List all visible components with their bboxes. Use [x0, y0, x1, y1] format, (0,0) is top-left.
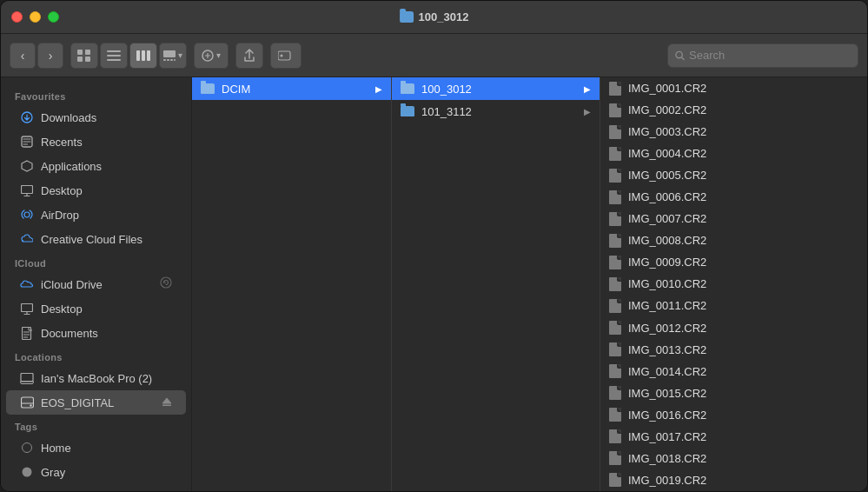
sidebar-item-macbook[interactable]: Ian's MacBook Pro (2) — [6, 366, 186, 390]
file-item-img0006[interactable]: IMG_0006.CR2 — [600, 186, 867, 208]
svg-rect-3 — [85, 57, 90, 62]
sidebar-item-recents[interactable]: Recents — [6, 130, 186, 154]
file-item-img0009[interactable]: IMG_0009.CR2 — [600, 251, 867, 273]
titlebar: 100_3012 — [1, 1, 867, 34]
view-list-button[interactable] — [100, 43, 128, 69]
file-icon — [609, 408, 621, 422]
sidebar-item-documents[interactable]: Documents — [6, 321, 186, 345]
window-title: 100_3012 — [400, 10, 469, 23]
finder-window: 100_3012 ‹ › ▾ ▾ — [0, 0, 868, 492]
sidebar-item-airdrop[interactable]: AirDrop — [6, 203, 186, 227]
tag-button[interactable] — [270, 43, 301, 69]
svg-rect-5 — [107, 55, 121, 57]
minimize-button[interactable] — [30, 11, 41, 23]
col1-arrow: ▶ — [375, 84, 382, 94]
file-item-img0008-label: IMG_0008.CR2 — [628, 234, 858, 247]
file-item-img0012-label: IMG_0012.CR2 — [628, 322, 858, 335]
col2-item-100_3012[interactable]: 100_3012 ▶ — [392, 77, 600, 100]
sidebar-item-downloads-label: Downloads — [41, 111, 96, 124]
search-box[interactable] — [667, 43, 858, 68]
airdrop-icon — [20, 208, 34, 222]
icloud-label: iCloud — [1, 251, 191, 272]
svg-point-20 — [676, 51, 682, 57]
sidebar-item-creative-cloud[interactable]: Creative Cloud Files — [6, 227, 186, 251]
gray-tag-icon — [20, 465, 34, 479]
fullscreen-button[interactable] — [48, 11, 59, 23]
file-item-img0018-label: IMG_0018.CR2 — [628, 452, 858, 465]
action-button[interactable]: ▾ — [194, 43, 229, 69]
sidebar-item-tag-gray-label: Gray — [41, 466, 65, 479]
forward-button[interactable]: › — [37, 43, 63, 69]
toolbar: ‹ › ▾ ▾ — [1, 34, 867, 77]
download-icon — [20, 110, 34, 124]
file-item-img0008[interactable]: IMG_0008.CR2 — [600, 229, 867, 251]
svg-rect-8 — [142, 50, 145, 61]
file-icon — [609, 386, 621, 400]
file-icon — [609, 103, 621, 117]
back-button[interactable]: ‹ — [10, 43, 36, 69]
locations-label: Locations — [1, 345, 191, 366]
sidebar-item-tag-home[interactable]: Home — [6, 435, 186, 460]
file-item-img0017[interactable]: IMG_0017.CR2 — [600, 426, 867, 448]
file-item-img0013[interactable]: IMG_0013.CR2 — [600, 339, 867, 361]
svg-rect-14 — [174, 59, 176, 61]
sidebar-item-icloud-desktop-label: Desktop — [41, 303, 83, 316]
sidebar-item-airdrop-label: AirDrop — [41, 209, 79, 222]
svg-rect-2 — [77, 57, 83, 62]
sidebar-item-desktop[interactable]: Desktop — [6, 178, 186, 203]
drive-icon — [20, 396, 34, 409]
file-item-img0019[interactable]: IMG_0019.CR2 — [600, 469, 867, 491]
file-icon — [609, 125, 621, 139]
view-gallery-button[interactable]: ▾ — [159, 43, 187, 69]
icloud-sync-icon — [160, 276, 172, 292]
creative-cloud-icon — [20, 232, 34, 246]
file-item-img0015[interactable]: IMG_0015.CR2 — [600, 382, 867, 404]
file-icon — [609, 256, 621, 269]
eject-icon[interactable] — [162, 395, 172, 410]
nav-buttons: ‹ › — [10, 43, 63, 69]
file-item-img0002[interactable]: IMG_0002.CR2 — [600, 99, 867, 121]
file-item-img0012[interactable]: IMG_0012.CR2 — [600, 317, 867, 339]
file-icon — [609, 169, 621, 183]
sidebar-item-applications[interactable]: Applications — [6, 154, 186, 178]
documents-icon — [20, 326, 34, 340]
file-item-img0011[interactable]: IMG_0011.CR2 — [600, 295, 867, 316]
col1-item-dcim[interactable]: DCIM ▶ — [192, 77, 391, 100]
svg-point-19 — [281, 54, 283, 57]
search-input[interactable] — [689, 49, 851, 62]
file-icon — [609, 147, 621, 161]
sidebar-item-icloud-desktop[interactable]: Desktop — [6, 296, 186, 321]
view-icons-button[interactable] — [70, 43, 98, 69]
view-columns-button[interactable] — [129, 43, 157, 69]
file-icon — [609, 212, 621, 226]
sidebar-item-eos-digital[interactable]: EOS_DIGITAL — [6, 390, 186, 415]
laptop-icon — [20, 371, 34, 385]
file-item-img0003[interactable]: IMG_0003.CR2 — [600, 121, 867, 143]
sidebar-item-icloud-drive-label: iCloud Drive — [41, 278, 103, 291]
close-button[interactable] — [11, 11, 23, 23]
sidebar-item-recents-label: Recents — [41, 136, 83, 149]
icloud-icon — [20, 277, 34, 291]
file-item-img0005[interactable]: IMG_0005.CR2 — [600, 164, 867, 186]
file-icon — [609, 473, 621, 487]
share-button[interactable] — [235, 43, 263, 69]
file-item-img0014[interactable]: IMG_0014.CR2 — [600, 361, 867, 382]
svg-rect-10 — [163, 50, 176, 57]
file-item-img0018[interactable]: IMG_0018.CR2 — [600, 448, 867, 469]
file-item-img0016[interactable]: IMG_0016.CR2 — [600, 404, 867, 426]
sidebar-item-tag-gray[interactable]: Gray — [6, 460, 186, 484]
svg-rect-18 — [278, 51, 290, 60]
file-item-img0003-label: IMG_0003.CR2 — [628, 125, 858, 138]
file-item-img0001[interactable]: IMG_0001.CR2 — [600, 77, 867, 99]
sidebar-item-downloads[interactable]: Downloads — [6, 105, 186, 130]
svg-rect-0 — [77, 50, 83, 55]
col2-item-101_3112[interactable]: 101_3112 ▶ — [392, 100, 600, 123]
file-icon — [609, 451, 621, 465]
recents-icon — [20, 135, 34, 149]
file-icon — [609, 82, 621, 96]
file-item-img0004[interactable]: IMG_0004.CR2 — [600, 143, 867, 164]
file-item-img0007[interactable]: IMG_0007.CR2 — [600, 208, 867, 229]
sidebar-item-macbook-label: Ian's MacBook Pro (2) — [41, 372, 152, 385]
sidebar-item-icloud-drive[interactable]: iCloud Drive — [6, 272, 186, 296]
file-item-img0010[interactable]: IMG_0010.CR2 — [600, 273, 867, 295]
